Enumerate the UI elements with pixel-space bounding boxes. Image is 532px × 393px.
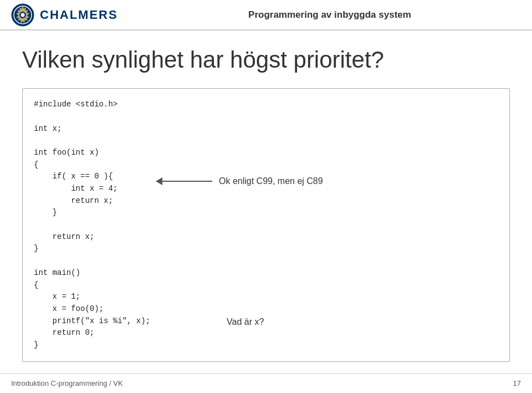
footer-left-text: Introduktion C-programmering / VK: [11, 379, 123, 387]
footer-right-text: 17: [513, 379, 521, 387]
arrow-head-icon: [156, 177, 162, 185]
slide-title: Vilken synlighet har högst prioritet?: [22, 47, 510, 73]
annotation2-text: Vad är x?: [227, 317, 264, 326]
svg-point-4: [21, 13, 25, 17]
logo-area: CHALMERS: [11, 3, 139, 27]
code-block: #include <stdio.h> int x; int foo(int x)…: [34, 99, 498, 351]
main-content: Vilken synlighet har högst prioritet? #i…: [0, 30, 532, 373]
header: CHALMERS Programmering av inbyggda syste…: [0, 0, 532, 30]
header-title: Programmering av inbyggda system: [139, 9, 521, 21]
annotation2-container: Vad är x?: [227, 317, 264, 327]
annotation1-text: Ok enligt C99, men ej C89: [219, 176, 323, 186]
annotation1-container: Ok enligt C99, men ej C89: [156, 176, 323, 186]
logo-text: CHALMERS: [40, 8, 118, 22]
code-box: #include <stdio.h> int x; int foo(int x)…: [22, 88, 510, 361]
arrow-line: [156, 177, 212, 185]
arrow-shaft: [162, 181, 212, 182]
code-wrapper: #include <stdio.h> int x; int foo(int x)…: [34, 99, 498, 351]
footer: Introduktion C-programmering / VK 17: [0, 373, 532, 393]
chalmers-logo-icon: [11, 3, 34, 27]
